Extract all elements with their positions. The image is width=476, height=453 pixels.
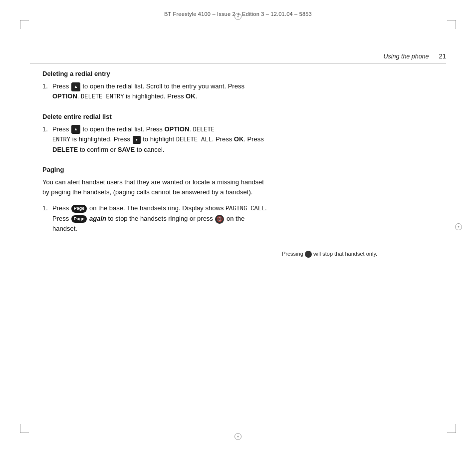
phone-off-icon-note xyxy=(305,251,312,258)
paging-intro: You can alert handset users that they ar… xyxy=(42,177,267,197)
section-title: Using the phone xyxy=(383,53,429,60)
corner-mark-top-left xyxy=(20,20,29,29)
phone-off-icon xyxy=(215,215,224,224)
step-delete-redial-1: 1. Press to open the redial list. Scroll… xyxy=(42,81,267,102)
corner-mark-bottom-left xyxy=(20,424,29,433)
corner-mark-top-right xyxy=(447,20,456,29)
heading-delete-all: Delete entire redial list xyxy=(42,113,267,120)
step-content-1: Press to open the redial list. Scroll to… xyxy=(52,81,267,102)
heading-delete-redial: Deleting a redial entry xyxy=(42,70,267,77)
redial-icon-2 xyxy=(71,125,80,134)
page-button-icon: Page xyxy=(71,205,87,213)
redial-icon xyxy=(71,82,80,91)
reg-mark-right xyxy=(455,223,462,230)
heading-paging: Paging xyxy=(42,166,267,173)
section-delete-all: Delete entire redial list 1. Press to op… xyxy=(42,113,267,155)
left-column: Deleting a redial entry 1. Press to open… xyxy=(42,70,267,258)
step-number-3: 1. xyxy=(42,203,52,234)
down-arrow-icon xyxy=(133,136,141,144)
step-number-2: 1. xyxy=(42,124,52,155)
step-number-1: 1. xyxy=(42,81,52,102)
page-number: 21 xyxy=(439,52,446,60)
step-content-2: Press to open the redial list. Press OPT… xyxy=(52,124,267,155)
reg-mark-bottom xyxy=(235,433,241,440)
section-paging: Paging You can alert handset users that … xyxy=(42,166,267,234)
section-delete-redial: Deleting a redial entry 1. Press to open… xyxy=(42,70,267,102)
page-container: BT Freestyle 4100 – Issue 2 + Edition 3 … xyxy=(0,0,476,453)
step-paging-1: 1. Press Page on the base. The handsets … xyxy=(42,203,267,234)
document-title-text: BT Freestyle 4100 – Issue 2 + Edition 3 … xyxy=(164,11,312,17)
page-header: Using the phone 21 xyxy=(30,52,446,63)
content-columns: Deleting a redial entry 1. Press to open… xyxy=(42,70,434,258)
document-title: BT Freestyle 4100 – Issue 2 + Edition 3 … xyxy=(0,11,476,17)
right-column: Pressing will stop that handset only. xyxy=(282,70,434,258)
main-content: Deleting a redial entry 1. Press to open… xyxy=(42,70,434,413)
side-note: Pressing will stop that handset only. xyxy=(282,250,434,258)
step-delete-all-1: 1. Press to open the redial list. Press … xyxy=(42,124,267,155)
corner-mark-bottom-right xyxy=(447,424,456,433)
step-content-3: Press Page on the base. The handsets rin… xyxy=(52,203,267,234)
page-button-icon-2: Page xyxy=(71,215,87,223)
